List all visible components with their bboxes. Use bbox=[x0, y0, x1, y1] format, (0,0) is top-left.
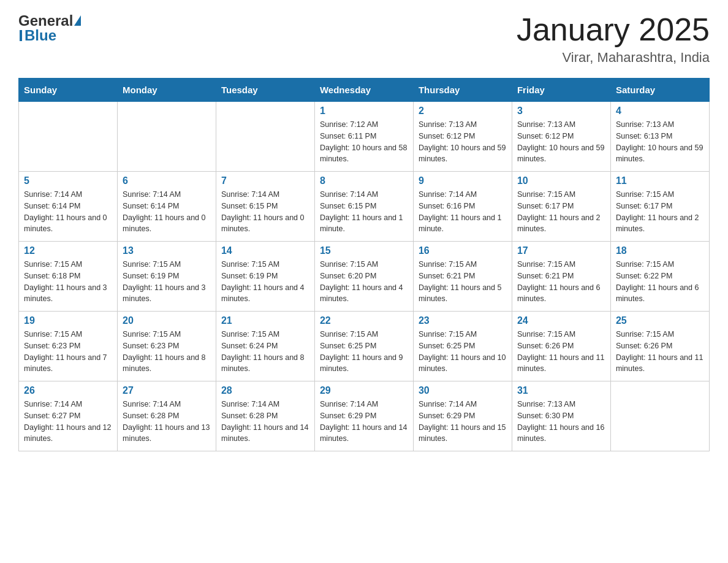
weekday-header-friday: Friday bbox=[512, 79, 610, 102]
day-number: 28 bbox=[221, 385, 309, 396]
calendar-cell: 11Sunrise: 7:15 AMSunset: 6:17 PMDayligh… bbox=[610, 172, 709, 242]
day-number: 14 bbox=[221, 245, 309, 256]
day-number: 11 bbox=[616, 175, 704, 186]
day-info: Sunrise: 7:15 AMSunset: 6:24 PMDaylight:… bbox=[221, 329, 309, 375]
logo-blue-text: Blue bbox=[25, 27, 56, 44]
logo-blue-bar bbox=[20, 30, 22, 41]
calendar-cell: 13Sunrise: 7:15 AMSunset: 6:19 PMDayligh… bbox=[117, 242, 216, 312]
calendar-cell: 29Sunrise: 7:14 AMSunset: 6:29 PMDayligh… bbox=[314, 381, 413, 451]
calendar-cell: 7Sunrise: 7:14 AMSunset: 6:15 PMDaylight… bbox=[216, 172, 314, 242]
calendar-cell: 3Sunrise: 7:13 AMSunset: 6:12 PMDaylight… bbox=[512, 102, 610, 172]
calendar-cell bbox=[610, 381, 709, 451]
calendar-cell: 17Sunrise: 7:15 AMSunset: 6:21 PMDayligh… bbox=[512, 242, 610, 312]
day-info: Sunrise: 7:14 AMSunset: 6:14 PMDaylight:… bbox=[24, 189, 112, 235]
day-number: 17 bbox=[517, 245, 605, 256]
day-info: Sunrise: 7:15 AMSunset: 6:26 PMDaylight:… bbox=[616, 329, 704, 375]
day-number: 15 bbox=[320, 245, 408, 256]
weekday-header-saturday: Saturday bbox=[610, 79, 709, 102]
day-number: 20 bbox=[123, 315, 211, 326]
calendar-week-2: 5Sunrise: 7:14 AMSunset: 6:14 PMDaylight… bbox=[19, 172, 710, 242]
day-info: Sunrise: 7:13 AMSunset: 6:13 PMDaylight:… bbox=[616, 119, 704, 165]
calendar-cell: 24Sunrise: 7:15 AMSunset: 6:26 PMDayligh… bbox=[512, 312, 610, 381]
logo-triangle-icon bbox=[74, 15, 81, 26]
day-number: 23 bbox=[419, 315, 507, 326]
day-info: Sunrise: 7:13 AMSunset: 6:12 PMDaylight:… bbox=[517, 119, 605, 165]
day-number: 22 bbox=[320, 315, 408, 326]
day-number: 8 bbox=[320, 175, 408, 186]
weekday-header-row: SundayMondayTuesdayWednesdayThursdayFrid… bbox=[19, 79, 710, 102]
day-info: Sunrise: 7:14 AMSunset: 6:29 PMDaylight:… bbox=[419, 399, 507, 445]
day-number: 25 bbox=[616, 315, 704, 326]
day-info: Sunrise: 7:14 AMSunset: 6:15 PMDaylight:… bbox=[320, 189, 408, 235]
calendar-cell: 19Sunrise: 7:15 AMSunset: 6:23 PMDayligh… bbox=[19, 312, 118, 381]
day-number: 27 bbox=[123, 385, 211, 396]
day-number: 12 bbox=[24, 245, 112, 256]
calendar-cell: 27Sunrise: 7:14 AMSunset: 6:28 PMDayligh… bbox=[117, 381, 216, 451]
title-area: January 2025 Virar, Maharashtra, India bbox=[517, 12, 710, 66]
day-number: 16 bbox=[419, 245, 507, 256]
calendar-cell: 10Sunrise: 7:15 AMSunset: 6:17 PMDayligh… bbox=[512, 172, 610, 242]
day-number: 3 bbox=[517, 105, 605, 117]
logo: General Blue bbox=[18, 12, 81, 44]
weekday-header-sunday: Sunday bbox=[19, 79, 118, 102]
calendar-cell: 4Sunrise: 7:13 AMSunset: 6:13 PMDaylight… bbox=[610, 102, 709, 172]
calendar-week-1: 1Sunrise: 7:12 AMSunset: 6:11 PMDaylight… bbox=[19, 102, 710, 172]
day-info: Sunrise: 7:15 AMSunset: 6:21 PMDaylight:… bbox=[517, 259, 605, 305]
day-info: Sunrise: 7:13 AMSunset: 6:30 PMDaylight:… bbox=[517, 399, 605, 445]
day-number: 29 bbox=[320, 385, 408, 396]
weekday-header-thursday: Thursday bbox=[413, 79, 512, 102]
calendar-cell: 6Sunrise: 7:14 AMSunset: 6:14 PMDaylight… bbox=[117, 172, 216, 242]
day-number: 6 bbox=[123, 175, 211, 186]
calendar-cell: 21Sunrise: 7:15 AMSunset: 6:24 PMDayligh… bbox=[216, 312, 314, 381]
day-number: 19 bbox=[24, 315, 112, 326]
day-info: Sunrise: 7:14 AMSunset: 6:15 PMDaylight:… bbox=[221, 189, 309, 235]
calendar-cell: 2Sunrise: 7:13 AMSunset: 6:12 PMDaylight… bbox=[413, 102, 512, 172]
calendar-cell: 25Sunrise: 7:15 AMSunset: 6:26 PMDayligh… bbox=[610, 312, 709, 381]
page-header: General Blue January 2025 Virar, Maharas… bbox=[18, 12, 710, 66]
weekday-header-wednesday: Wednesday bbox=[314, 79, 413, 102]
day-info: Sunrise: 7:15 AMSunset: 6:25 PMDaylight:… bbox=[320, 329, 408, 375]
day-info: Sunrise: 7:14 AMSunset: 6:28 PMDaylight:… bbox=[221, 399, 309, 445]
day-number: 4 bbox=[616, 105, 704, 117]
day-info: Sunrise: 7:14 AMSunset: 6:29 PMDaylight:… bbox=[320, 399, 408, 445]
day-number: 31 bbox=[517, 385, 605, 396]
calendar-cell bbox=[216, 102, 314, 172]
calendar-header: SundayMondayTuesdayWednesdayThursdayFrid… bbox=[19, 79, 710, 102]
calendar-cell: 14Sunrise: 7:15 AMSunset: 6:19 PMDayligh… bbox=[216, 242, 314, 312]
day-info: Sunrise: 7:15 AMSunset: 6:23 PMDaylight:… bbox=[123, 329, 211, 375]
day-info: Sunrise: 7:15 AMSunset: 6:23 PMDaylight:… bbox=[24, 329, 112, 375]
day-number: 30 bbox=[419, 385, 507, 396]
day-info: Sunrise: 7:15 AMSunset: 6:17 PMDaylight:… bbox=[517, 189, 605, 235]
calendar-cell: 15Sunrise: 7:15 AMSunset: 6:20 PMDayligh… bbox=[314, 242, 413, 312]
day-info: Sunrise: 7:15 AMSunset: 6:21 PMDaylight:… bbox=[419, 259, 507, 305]
calendar-cell: 22Sunrise: 7:15 AMSunset: 6:25 PMDayligh… bbox=[314, 312, 413, 381]
day-info: Sunrise: 7:14 AMSunset: 6:16 PMDaylight:… bbox=[419, 189, 507, 235]
calendar-cell: 31Sunrise: 7:13 AMSunset: 6:30 PMDayligh… bbox=[512, 381, 610, 451]
day-number: 7 bbox=[221, 175, 309, 186]
calendar-cell: 16Sunrise: 7:15 AMSunset: 6:21 PMDayligh… bbox=[413, 242, 512, 312]
day-number: 9 bbox=[419, 175, 507, 186]
day-info: Sunrise: 7:15 AMSunset: 6:17 PMDaylight:… bbox=[616, 189, 704, 235]
calendar-cell: 5Sunrise: 7:14 AMSunset: 6:14 PMDaylight… bbox=[19, 172, 118, 242]
calendar-cell: 28Sunrise: 7:14 AMSunset: 6:28 PMDayligh… bbox=[216, 381, 314, 451]
calendar-cell: 26Sunrise: 7:14 AMSunset: 6:27 PMDayligh… bbox=[19, 381, 118, 451]
calendar-cell: 9Sunrise: 7:14 AMSunset: 6:16 PMDaylight… bbox=[413, 172, 512, 242]
day-number: 2 bbox=[419, 105, 507, 117]
day-number: 24 bbox=[517, 315, 605, 326]
day-info: Sunrise: 7:14 AMSunset: 6:14 PMDaylight:… bbox=[123, 189, 211, 235]
day-number: 13 bbox=[123, 245, 211, 256]
calendar-body: 1Sunrise: 7:12 AMSunset: 6:11 PMDaylight… bbox=[19, 102, 710, 451]
weekday-header-tuesday: Tuesday bbox=[216, 79, 314, 102]
day-info: Sunrise: 7:15 AMSunset: 6:19 PMDaylight:… bbox=[123, 259, 211, 305]
weekday-header-monday: Monday bbox=[117, 79, 216, 102]
day-number: 18 bbox=[616, 245, 704, 256]
calendar-cell: 23Sunrise: 7:15 AMSunset: 6:25 PMDayligh… bbox=[413, 312, 512, 381]
calendar-cell: 18Sunrise: 7:15 AMSunset: 6:22 PMDayligh… bbox=[610, 242, 709, 312]
day-info: Sunrise: 7:13 AMSunset: 6:12 PMDaylight:… bbox=[419, 119, 507, 165]
calendar-table: SundayMondayTuesdayWednesdayThursdayFrid… bbox=[18, 78, 710, 451]
day-number: 21 bbox=[221, 315, 309, 326]
day-number: 1 bbox=[320, 105, 408, 117]
calendar-cell: 12Sunrise: 7:15 AMSunset: 6:18 PMDayligh… bbox=[19, 242, 118, 312]
day-number: 26 bbox=[24, 385, 112, 396]
day-info: Sunrise: 7:15 AMSunset: 6:20 PMDaylight:… bbox=[320, 259, 408, 305]
